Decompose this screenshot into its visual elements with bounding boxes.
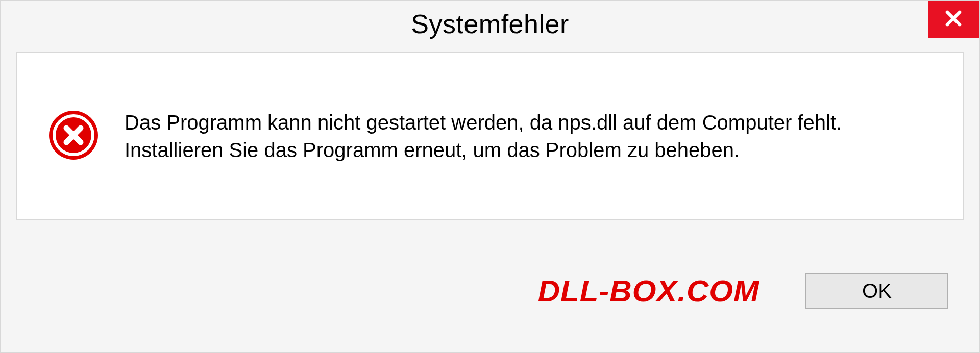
error-dialog: Systemfehler Das Programm kann nicht ges… xyxy=(0,0,980,353)
close-button[interactable] xyxy=(928,1,979,38)
content-panel: Das Programm kann nicht gestartet werden… xyxy=(16,52,964,220)
close-icon xyxy=(943,8,964,31)
error-message: Das Programm kann nicht gestartet werden… xyxy=(125,109,890,164)
ok-button-label: OK xyxy=(862,280,892,302)
footer-bar: DLL-BOX.COM OK xyxy=(1,245,979,352)
ok-button[interactable]: OK xyxy=(805,273,948,309)
dialog-title: Systemfehler xyxy=(411,9,569,39)
title-bar: Systemfehler xyxy=(1,1,979,47)
error-icon xyxy=(48,110,99,163)
watermark-text: DLL-BOX.COM xyxy=(538,273,760,309)
